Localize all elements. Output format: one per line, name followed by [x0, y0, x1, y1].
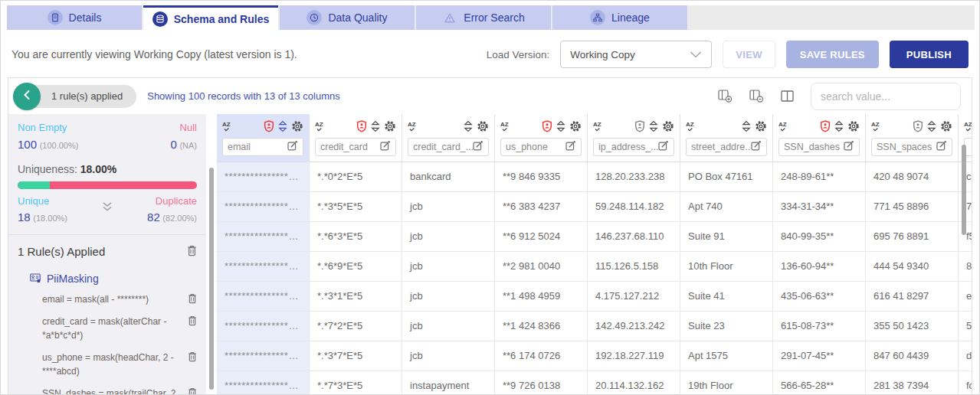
table-cell: bankcard	[402, 162, 495, 191]
table-cell: jcb	[402, 222, 495, 251]
sort-az-icon[interactable]: AZ	[222, 120, 234, 132]
unique-value: 18	[18, 211, 31, 224]
rule-group-piimasking[interactable]: PiiMasking	[30, 273, 197, 285]
sort-az-icon[interactable]: AZ	[315, 120, 326, 132]
gear-icon[interactable]	[755, 120, 767, 132]
column-name-input[interactable]: credit_card_...	[408, 138, 489, 156]
edit-icon[interactable]	[565, 140, 576, 154]
tab-label: Error Search	[464, 11, 524, 24]
pii-shield-icon[interactable]	[356, 120, 367, 132]
edit-icon[interactable]	[936, 140, 947, 154]
records-summary: Showing 100 records with 13 of 13 column…	[147, 90, 339, 102]
column-name-input[interactable]: SSN_dashes	[778, 138, 860, 156]
columns-layout-icon[interactable]	[781, 90, 794, 102]
column-name-input[interactable]: email	[222, 138, 303, 156]
sort-updown-icon[interactable]	[927, 120, 936, 132]
trash-icon[interactable]	[188, 292, 197, 307]
sort-updown-icon[interactable]	[834, 120, 844, 132]
sort-az-icon[interactable]: AZ	[686, 120, 697, 132]
back-button[interactable]	[13, 83, 41, 110]
edit-icon[interactable]	[751, 140, 762, 154]
sort-updown-icon[interactable]	[464, 120, 473, 132]
table-cell: Apt 740	[680, 192, 773, 221]
table-cell: 142.49.213.242	[588, 312, 680, 341]
save-rules-button[interactable]: SAVE RULES	[786, 41, 879, 68]
pii-shield-icon[interactable]	[542, 120, 552, 132]
rule-item: credit_card = mask(alterChar - *a*b*c*d*…	[42, 315, 197, 343]
table-cell: ********************	[217, 252, 310, 281]
svg-text:AZ: AZ	[686, 121, 694, 128]
pii-masking-icon	[30, 273, 41, 285]
sort-az-icon[interactable]: AZ	[871, 120, 883, 132]
tab-lineage[interactable]: Lineage	[552, 5, 687, 30]
trash-icon[interactable]	[187, 244, 197, 259]
sort-updown-icon[interactable]	[556, 120, 565, 132]
column-name-input[interactable]: credit_card	[315, 138, 396, 156]
sort-az-icon[interactable]: AZ	[778, 120, 790, 132]
scrollbar-thumb[interactable]	[209, 168, 214, 390]
load-version-select[interactable]: Working Copy	[560, 41, 712, 68]
trash-icon[interactable]	[188, 387, 197, 395]
uniqueness-label: Uniqueness:	[18, 163, 77, 175]
tab-details[interactable]: Details	[7, 5, 142, 30]
duplicate-label: Duplicate	[156, 195, 197, 207]
trash-icon[interactable]	[188, 351, 197, 379]
gear-icon[interactable]	[569, 120, 582, 132]
edit-icon[interactable]	[473, 140, 483, 154]
table-cell: ********************	[217, 371, 310, 395]
remove-column-icon[interactable]	[749, 90, 764, 103]
table-cell: jcb	[402, 192, 495, 221]
table-cell: *.*3*1*E*5	[310, 282, 402, 311]
column-name-input[interactable]: us_phone	[500, 138, 582, 156]
sort-updown-icon[interactable]	[371, 120, 380, 132]
tab-schema-and-rules[interactable]: Schema and Rules	[143, 5, 278, 30]
sort-updown-icon[interactable]	[649, 120, 658, 132]
svg-text:AZ: AZ	[500, 121, 509, 128]
edit-icon[interactable]	[287, 140, 298, 154]
column-name-input[interactable]: SSN_spaces	[871, 138, 952, 156]
svg-text:AZ: AZ	[778, 121, 787, 128]
table-cell: ********************	[217, 162, 310, 191]
table-cell: Suite 41	[680, 282, 773, 311]
trash-icon[interactable]	[188, 315, 197, 343]
table-scrollbar-thumb[interactable]	[962, 145, 966, 235]
pii-shield-icon[interactable]	[634, 120, 645, 132]
table-cell: 771 45 8896	[866, 192, 959, 221]
sort-az-icon[interactable]: AZ	[408, 120, 419, 132]
pii-shield-icon[interactable]	[264, 120, 274, 132]
edit-icon[interactable]	[844, 140, 854, 154]
gear-icon[interactable]	[662, 120, 674, 132]
pii-shield-icon[interactable]	[913, 120, 923, 132]
sort-az-icon[interactable]: AZ	[593, 120, 605, 132]
gear-icon[interactable]	[291, 120, 303, 132]
column-header-credit_card: AZcredit_card	[310, 114, 402, 162]
sort-az-icon[interactable]: AZ	[500, 120, 512, 132]
view-button[interactable]: VIEW	[723, 41, 775, 68]
table-row: *********************.*0*2*E*5bankcard**…	[217, 162, 972, 192]
edit-icon[interactable]	[658, 140, 669, 154]
tab-data-quality[interactable]: Data Quality	[280, 5, 415, 30]
gear-icon[interactable]	[384, 120, 396, 132]
table-cell: 115.126.5.158	[588, 252, 680, 281]
sort-az-icon[interactable]: AZ	[964, 120, 972, 132]
pii-shield-icon[interactable]	[820, 120, 831, 132]
add-column-icon[interactable]	[718, 90, 733, 103]
gear-icon[interactable]	[477, 120, 489, 132]
table-header-row: AZemailAZcredit_cardAZcredit_card_...AZu…	[217, 114, 972, 162]
sort-updown-icon[interactable]	[278, 120, 287, 132]
column-name-input[interactable]: ip_address_...	[593, 138, 674, 156]
sidebar-scrollbar[interactable]	[206, 114, 217, 395]
divider	[8, 234, 206, 235]
sort-updown-icon[interactable]	[742, 120, 751, 132]
rule-text: credit_card = mask(alterChar - *a*b*c*d*…	[42, 315, 188, 343]
tab-error-search[interactable]: Error Search	[416, 5, 551, 30]
column-header-SSN_dashes: AZSSN_dashes	[773, 114, 866, 162]
gear-icon[interactable]	[940, 120, 952, 132]
gear-icon[interactable]	[847, 120, 860, 132]
column-name-input[interactable]: street_addre...	[686, 138, 767, 156]
table-cell: **1 498 4959	[495, 282, 588, 311]
edit-icon[interactable]	[380, 140, 391, 154]
column-header-SSN_spaces: AZSSN_spaces	[866, 114, 959, 162]
publish-button[interactable]: PUBLISH	[890, 41, 969, 68]
search-input[interactable]	[811, 83, 961, 110]
